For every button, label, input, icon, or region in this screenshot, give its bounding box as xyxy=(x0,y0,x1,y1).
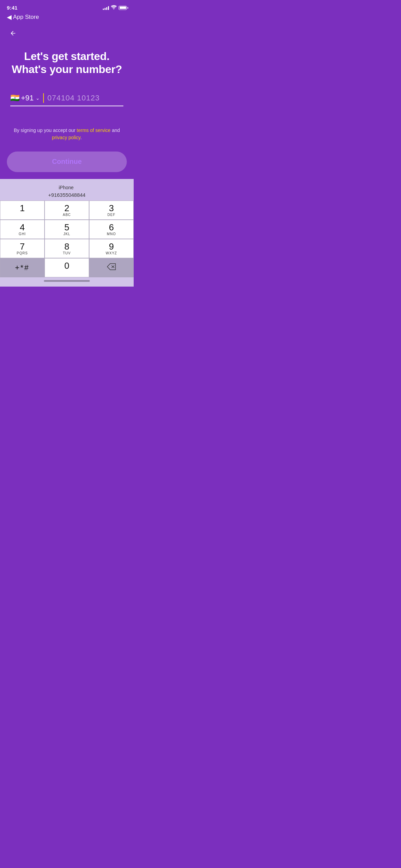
keyboard-suggestion-bar: iPhone +916355048844 xyxy=(0,179,134,201)
terms-prefix: By signing up you accept our xyxy=(14,128,77,133)
suggestion-value[interactable]: +916355048844 xyxy=(0,192,134,198)
continue-button[interactable]: Continue xyxy=(7,152,127,172)
keyboard-area: iPhone +916355048844 1 2 ABC 3 DEF 4 GHI… xyxy=(0,179,134,287)
key-backspace[interactable] xyxy=(89,258,134,277)
app-store-back-button[interactable]: ◀ App Store xyxy=(0,12,134,24)
text-cursor xyxy=(43,93,44,103)
phone-input-row: 🇮🇳 +91 ⌄ 074104 10123 xyxy=(10,93,123,106)
terms-middle: and xyxy=(111,128,120,133)
page-title: Let's get started. What's your number? xyxy=(7,50,127,76)
country-code: +91 xyxy=(21,94,34,103)
country-flag: 🇮🇳 xyxy=(10,94,20,103)
key-6[interactable]: 6 MNO xyxy=(89,220,134,239)
signal-icon xyxy=(103,6,109,10)
terms-suffix: . xyxy=(81,135,82,140)
backspace-icon xyxy=(107,263,116,272)
suggestion-label: iPhone xyxy=(59,185,74,190)
key-8[interactable]: 8 TUV xyxy=(45,239,89,258)
phone-placeholder: 074104 10123 xyxy=(47,94,100,103)
back-arrow-icon xyxy=(10,30,16,37)
country-selector[interactable]: 🇮🇳 +91 ⌄ xyxy=(10,94,40,103)
main-area: Let's get started. What's your number? 🇮… xyxy=(0,24,134,172)
key-2[interactable]: 2 ABC xyxy=(45,201,89,220)
back-button[interactable] xyxy=(7,27,19,39)
key-9[interactable]: 9 WXYZ xyxy=(89,239,134,258)
privacy-policy-link[interactable]: privacy policy xyxy=(52,135,81,140)
app-store-label: App Store xyxy=(13,14,39,21)
key-1[interactable]: 1 xyxy=(0,201,45,220)
key-0[interactable]: 0 xyxy=(45,258,89,277)
status-bar: 9:41 xyxy=(0,0,134,12)
keys-grid: 1 2 ABC 3 DEF 4 GHI 5 JKL 6 MNO 7 PQRS xyxy=(0,201,134,277)
chevron-down-icon: ⌄ xyxy=(36,95,40,101)
status-icons xyxy=(103,5,127,10)
key-symbols[interactable]: +*# xyxy=(0,258,45,277)
back-chevron-icon: ◀ xyxy=(7,13,12,21)
wifi-icon xyxy=(111,5,117,10)
battery-icon xyxy=(119,6,127,10)
key-4[interactable]: 4 GHI xyxy=(0,220,45,239)
home-indicator xyxy=(0,277,134,287)
terms-of-service-link[interactable]: terms of service xyxy=(77,128,111,133)
key-5[interactable]: 5 JKL xyxy=(45,220,89,239)
home-indicator-bar xyxy=(44,280,90,282)
key-3[interactable]: 3 DEF xyxy=(89,201,134,220)
spacer xyxy=(0,172,134,179)
key-7[interactable]: 7 PQRS xyxy=(0,239,45,258)
terms-text: By signing up you accept our terms of se… xyxy=(14,127,120,141)
status-time: 9:41 xyxy=(7,5,17,11)
